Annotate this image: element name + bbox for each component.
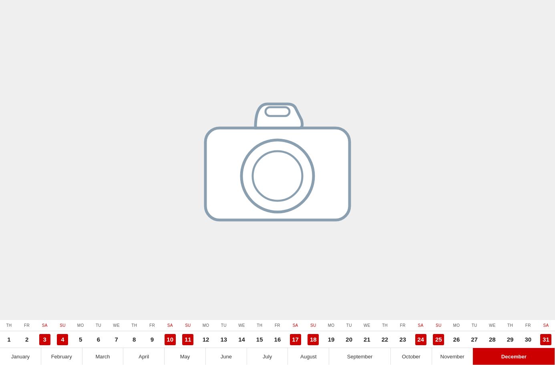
day-abbr-cell: WE <box>358 320 376 331</box>
day-num-cell: 2 <box>18 331 36 348</box>
day-num-cell: 14 <box>233 331 251 348</box>
calendar-num-row: 1234567891011121314151617181920212223242… <box>0 331 555 348</box>
day-abbr-cell: WE <box>483 320 501 331</box>
day-num-cell: 21 <box>358 331 376 348</box>
svg-point-3 <box>253 151 302 201</box>
month-label-may[interactable]: May <box>165 348 206 365</box>
day-num-cell: 12 <box>197 331 215 348</box>
day-num-cell: 8 <box>125 331 143 348</box>
day-num-cell: 13 <box>215 331 233 348</box>
day-abbr-cell: SU <box>54 320 72 331</box>
calendar-month-row: JanuaryFebruaryMarchAprilMayJuneJulyAugu… <box>0 348 555 365</box>
svg-rect-1 <box>265 107 290 116</box>
day-abbr-cell: SA <box>286 320 304 331</box>
month-label-september[interactable]: September <box>329 348 391 365</box>
day-abbr-cell: SA <box>161 320 179 331</box>
month-label-august[interactable]: August <box>288 348 329 365</box>
day-abbr-cell: TH <box>251 320 269 331</box>
month-label-december[interactable]: December <box>473 348 555 365</box>
day-abbr-cell: SA <box>537 320 555 331</box>
day-num-cell: 29 <box>501 331 519 348</box>
day-abbr-cell: TH <box>501 320 519 331</box>
month-label-april[interactable]: April <box>123 348 165 365</box>
day-abbr-cell: SA <box>36 320 54 331</box>
day-num-cell: 5 <box>72 331 90 348</box>
day-num-cell: 27 <box>465 331 483 348</box>
camera-placeholder-area <box>0 0 555 320</box>
day-num-cell: 4 <box>54 331 72 348</box>
day-num-cell: 6 <box>90 331 108 348</box>
day-num-cell: 28 <box>483 331 501 348</box>
day-num-cell: 23 <box>394 331 412 348</box>
day-num-cell: 11 <box>179 331 197 348</box>
day-abbr-cell: FR <box>394 320 412 331</box>
day-abbr-cell: TH <box>0 320 18 331</box>
day-num-cell: 10 <box>161 331 179 348</box>
day-num-cell: 15 <box>251 331 269 348</box>
camera-icon <box>193 92 362 228</box>
day-abbr-cell: SU <box>430 320 448 331</box>
day-num-cell: 20 <box>340 331 358 348</box>
month-label-february[interactable]: February <box>41 348 82 365</box>
day-abbr-cell: MO <box>72 320 90 331</box>
day-abbr-cell: WE <box>107 320 125 331</box>
day-num-cell: 7 <box>107 331 125 348</box>
day-abbr-cell: MO <box>197 320 215 331</box>
day-abbr-cell: TH <box>376 320 394 331</box>
month-label-october[interactable]: October <box>391 348 432 365</box>
day-abbr-cell: MO <box>448 320 466 331</box>
day-num-cell: 19 <box>322 331 340 348</box>
day-num-cell: 17 <box>286 331 304 348</box>
day-abbr-cell: TU <box>465 320 483 331</box>
day-num-cell: 9 <box>143 331 161 348</box>
day-abbr-cell: TH <box>125 320 143 331</box>
day-abbr-cell: SU <box>304 320 322 331</box>
day-num-cell: 30 <box>519 331 537 348</box>
day-abbr-cell: TU <box>215 320 233 331</box>
day-abbr-cell: FR <box>269 320 287 331</box>
day-abbr-cell: SU <box>179 320 197 331</box>
day-abbr-cell: SA <box>412 320 430 331</box>
month-label-march[interactable]: March <box>82 348 124 365</box>
day-abbr-cell: MO <box>322 320 340 331</box>
month-label-june[interactable]: June <box>206 348 247 365</box>
day-num-cell: 3 <box>36 331 54 348</box>
day-abbr-cell: FR <box>519 320 537 331</box>
day-abbr-cell: FR <box>18 320 36 331</box>
day-abbr-cell: FR <box>143 320 161 331</box>
day-num-cell: 1 <box>0 331 18 348</box>
day-abbr-cell: TU <box>340 320 358 331</box>
day-num-cell: 31 <box>537 331 555 348</box>
calendar-abbr-row: THFRSASUMOTUWETHFRSASUMOTUWETHFRSASUMOTU… <box>0 320 555 331</box>
day-num-cell: 26 <box>448 331 466 348</box>
day-abbr-cell: WE <box>233 320 251 331</box>
day-num-cell: 18 <box>304 331 322 348</box>
day-num-cell: 22 <box>376 331 394 348</box>
month-label-november[interactable]: November <box>432 348 473 365</box>
month-label-january[interactable]: January <box>0 348 41 365</box>
day-num-cell: 25 <box>430 331 448 348</box>
month-label-july[interactable]: July <box>247 348 288 365</box>
day-abbr-cell: TU <box>90 320 108 331</box>
day-num-cell: 16 <box>269 331 287 348</box>
day-num-cell: 24 <box>412 331 430 348</box>
calendar-strip: THFRSASUMOTUWETHFRSASUMOTUWETHFRSASUMOTU… <box>0 320 555 392</box>
